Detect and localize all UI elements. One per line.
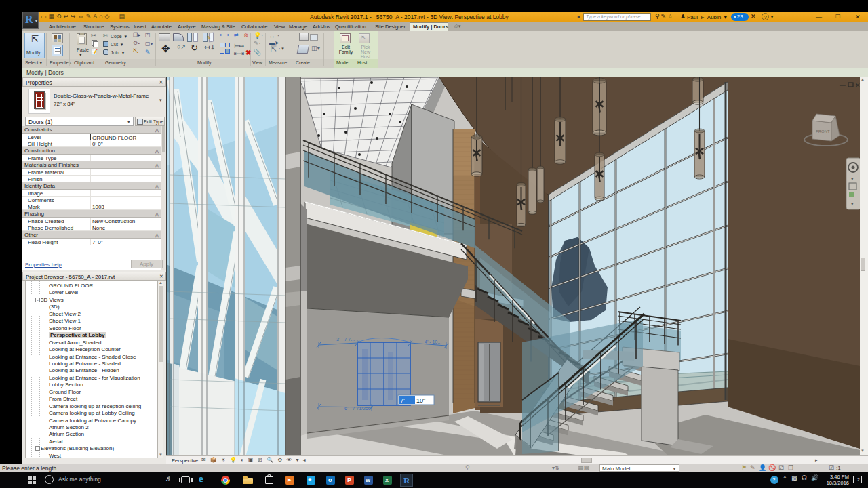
svg-text:4' - 10...: 4' - 10... [425,340,441,344]
svg-text:—: — [840,82,846,89]
svg-text:FRONT: FRONT [816,129,830,134]
svg-text:7': 7' [400,397,405,404]
svg-text:▾: ▾ [851,176,854,181]
svg-text:✕: ✕ [855,82,860,89]
svg-text:3' - 7 7...: 3' - 7 7... [336,337,355,342]
svg-text:10": 10" [416,397,425,404]
svg-text:▾: ▾ [851,201,854,206]
svg-text:6' - 7 71/256": 6' - 7 71/256" [344,406,373,411]
